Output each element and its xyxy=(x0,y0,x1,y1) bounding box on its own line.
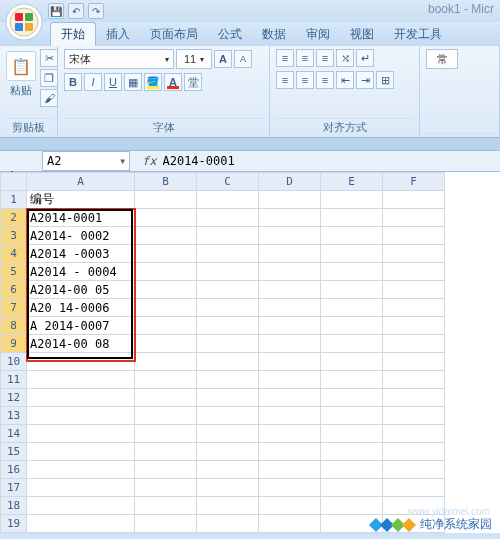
cell-C19[interactable] xyxy=(197,515,259,533)
format-painter-icon[interactable]: 🖌 xyxy=(40,89,58,107)
cell-C3[interactable] xyxy=(197,227,259,245)
cell-A12[interactable] xyxy=(27,389,135,407)
cell-F12[interactable] xyxy=(383,389,445,407)
cell-D12[interactable] xyxy=(259,389,321,407)
cell-C9[interactable] xyxy=(197,335,259,353)
cell-A9[interactable]: A2014-00 08 xyxy=(27,335,135,353)
row-header[interactable]: 17 xyxy=(1,479,27,497)
underline-button[interactable]: U xyxy=(104,73,122,91)
cell-B9[interactable] xyxy=(135,335,197,353)
align-right-icon[interactable]: ≡ xyxy=(316,71,334,89)
row-header[interactable]: 5 xyxy=(1,263,27,281)
cell-C1[interactable] xyxy=(197,191,259,209)
cell-E9[interactable] xyxy=(321,335,383,353)
cell-B8[interactable] xyxy=(135,317,197,335)
cell-D17[interactable] xyxy=(259,479,321,497)
cell-F6[interactable] xyxy=(383,281,445,299)
cell-C10[interactable] xyxy=(197,353,259,371)
row-header[interactable]: 14 xyxy=(1,425,27,443)
tab-formulas[interactable]: 公式 xyxy=(208,23,252,46)
cell-B5[interactable] xyxy=(135,263,197,281)
cell-D18[interactable] xyxy=(259,497,321,515)
decrease-indent-icon[interactable]: ⇤ xyxy=(336,71,354,89)
cell-C13[interactable] xyxy=(197,407,259,425)
cell-F11[interactable] xyxy=(383,371,445,389)
italic-button[interactable]: I xyxy=(84,73,102,91)
cell-A5[interactable]: A2014 - 0004 xyxy=(27,263,135,281)
cell-B17[interactable] xyxy=(135,479,197,497)
cell-D5[interactable] xyxy=(259,263,321,281)
column-header-F[interactable]: F xyxy=(383,173,445,191)
cell-B2[interactable] xyxy=(135,209,197,227)
cell-A7[interactable]: A20 14-0006 xyxy=(27,299,135,317)
cell-B16[interactable] xyxy=(135,461,197,479)
cell-A2[interactable]: A2014-0001 xyxy=(27,209,135,227)
cell-C18[interactable] xyxy=(197,497,259,515)
cell-B13[interactable] xyxy=(135,407,197,425)
cell-B3[interactable] xyxy=(135,227,197,245)
cell-E14[interactable] xyxy=(321,425,383,443)
cell-D4[interactable] xyxy=(259,245,321,263)
cell-A15[interactable] xyxy=(27,443,135,461)
cell-D15[interactable] xyxy=(259,443,321,461)
align-center-icon[interactable]: ≡ xyxy=(296,71,314,89)
tab-data[interactable]: 数据 xyxy=(252,23,296,46)
row-header[interactable]: 3 xyxy=(1,227,27,245)
column-header-D[interactable]: D xyxy=(259,173,321,191)
name-box-dropdown-icon[interactable]: ▼ xyxy=(120,157,125,166)
cell-C14[interactable] xyxy=(197,425,259,443)
cell-C5[interactable] xyxy=(197,263,259,281)
cell-C2[interactable] xyxy=(197,209,259,227)
qat-undo-icon[interactable]: ↶ xyxy=(68,3,84,19)
cell-E6[interactable] xyxy=(321,281,383,299)
office-button[interactable] xyxy=(4,2,44,42)
font-color-button[interactable]: A xyxy=(164,73,182,91)
worksheet-grid[interactable]: ABCDEF1编号2A2014-00013A2014- 00024 A2014 … xyxy=(0,172,500,533)
tab-review[interactable]: 审阅 xyxy=(296,23,340,46)
cell-F1[interactable] xyxy=(383,191,445,209)
cell-D14[interactable] xyxy=(259,425,321,443)
cell-A18[interactable] xyxy=(27,497,135,515)
column-header-C[interactable]: C xyxy=(197,173,259,191)
cell-B14[interactable] xyxy=(135,425,197,443)
cut-icon[interactable]: ✂ xyxy=(40,49,58,67)
cell-B19[interactable] xyxy=(135,515,197,533)
cell-B12[interactable] xyxy=(135,389,197,407)
number-format-select[interactable]: 常 xyxy=(426,49,458,69)
cell-E3[interactable] xyxy=(321,227,383,245)
grow-font-icon[interactable]: A xyxy=(214,50,232,68)
column-header-B[interactable]: B xyxy=(135,173,197,191)
tab-developer[interactable]: 开发工具 xyxy=(384,23,452,46)
cell-E2[interactable] xyxy=(321,209,383,227)
increase-indent-icon[interactable]: ⇥ xyxy=(356,71,374,89)
tab-view[interactable]: 视图 xyxy=(340,23,384,46)
fill-color-button[interactable]: 🪣 xyxy=(144,73,162,91)
row-header[interactable]: 8 xyxy=(1,317,27,335)
paste-button[interactable]: 📋 粘贴 xyxy=(6,49,36,98)
cell-D3[interactable] xyxy=(259,227,321,245)
cell-B6[interactable] xyxy=(135,281,197,299)
row-header[interactable]: 19 xyxy=(1,515,27,533)
row-header[interactable]: 12 xyxy=(1,389,27,407)
cell-E13[interactable] xyxy=(321,407,383,425)
cell-A11[interactable] xyxy=(27,371,135,389)
cell-E11[interactable] xyxy=(321,371,383,389)
cell-C17[interactable] xyxy=(197,479,259,497)
tab-insert[interactable]: 插入 xyxy=(96,23,140,46)
orientation-icon[interactable]: ⤭ xyxy=(336,49,354,67)
cell-C16[interactable] xyxy=(197,461,259,479)
cell-E5[interactable] xyxy=(321,263,383,281)
align-left-icon[interactable]: ≡ xyxy=(276,71,294,89)
name-box[interactable]: A2 ▼ xyxy=(42,151,130,171)
cell-F7[interactable] xyxy=(383,299,445,317)
align-top-icon[interactable]: ≡ xyxy=(276,49,294,67)
cell-D19[interactable] xyxy=(259,515,321,533)
column-header-A[interactable]: A xyxy=(27,173,135,191)
row-header[interactable]: 15 xyxy=(1,443,27,461)
row-header[interactable]: 13 xyxy=(1,407,27,425)
shrink-font-icon[interactable]: A xyxy=(234,50,252,68)
row-header[interactable]: 11 xyxy=(1,371,27,389)
copy-icon[interactable]: ❐ xyxy=(40,69,58,87)
column-header-E[interactable]: E xyxy=(321,173,383,191)
cell-D9[interactable] xyxy=(259,335,321,353)
